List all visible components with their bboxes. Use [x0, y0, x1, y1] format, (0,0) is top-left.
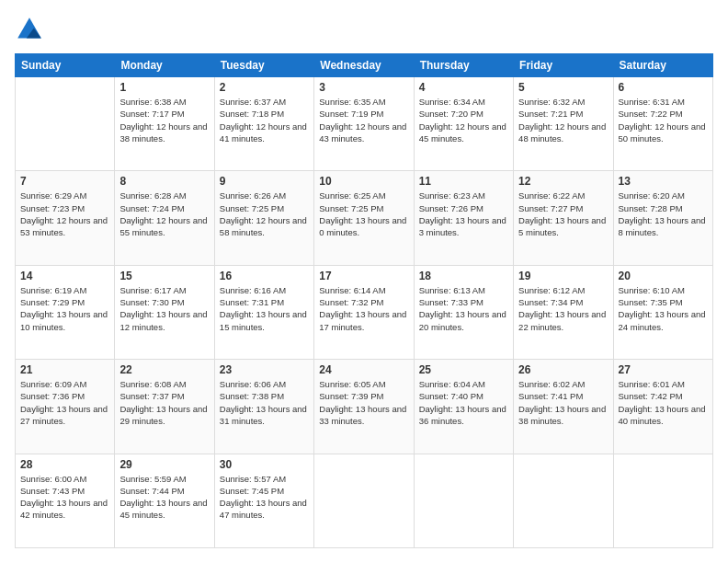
day-number: 9: [220, 175, 309, 188]
day-info: Sunrise: 6:34 AMSunset: 7:20 PMDaylight:…: [419, 96, 508, 144]
day-info: Sunrise: 6:08 AMSunset: 7:37 PMDaylight:…: [119, 378, 209, 427]
day-number: 13: [619, 175, 708, 188]
day-number: 25: [419, 363, 508, 376]
calendar-cell: 17 Sunrise: 6:14 AMSunset: 7:32 PMDaylig…: [314, 265, 414, 359]
calendar-cell: 1 Sunrise: 6:38 AMSunset: 7:17 PMDayligh…: [115, 77, 214, 171]
calendar-week-row: 14 Sunrise: 6:19 AMSunset: 7:29 PMDaylig…: [16, 265, 713, 359]
logo: [15, 15, 48, 44]
calendar-cell: 3 Sunrise: 6:35 AMSunset: 7:19 PMDayligh…: [314, 77, 414, 171]
calendar-cell: 7 Sunrise: 6:29 AMSunset: 7:23 PMDayligh…: [16, 171, 115, 265]
day-of-week-header: Friday: [514, 54, 613, 77]
day-number: 16: [220, 270, 309, 282]
calendar-cell: [314, 454, 414, 547]
day-info: Sunrise: 6:38 AMSunset: 7:17 PMDaylight:…: [119, 96, 209, 144]
day-info: Sunrise: 6:02 AMSunset: 7:41 PMDaylight:…: [518, 378, 608, 427]
calendar-cell: 25 Sunrise: 6:04 AMSunset: 7:40 PMDaylig…: [414, 360, 513, 454]
day-info: Sunrise: 6:19 AMSunset: 7:29 PMDaylight:…: [20, 284, 109, 333]
day-of-week-header: Monday: [115, 54, 214, 77]
day-number: 1: [119, 81, 209, 94]
calendar-cell: [613, 454, 712, 547]
day-info: Sunrise: 6:23 AMSunset: 7:26 PMDaylight:…: [419, 190, 508, 238]
day-number: 7: [20, 175, 109, 188]
calendar-cell: 20 Sunrise: 6:10 AMSunset: 7:35 PMDaylig…: [613, 265, 712, 359]
day-number: 27: [619, 363, 708, 376]
calendar-cell: 5 Sunrise: 6:32 AMSunset: 7:21 PMDayligh…: [514, 77, 613, 171]
day-number: 26: [518, 363, 608, 376]
calendar-cell: 14 Sunrise: 6:19 AMSunset: 7:29 PMDaylig…: [16, 265, 115, 359]
day-number: 3: [319, 81, 408, 94]
calendar-cell: 4 Sunrise: 6:34 AMSunset: 7:20 PMDayligh…: [414, 77, 513, 171]
day-number: 8: [119, 175, 209, 188]
day-info: Sunrise: 6:14 AMSunset: 7:32 PMDaylight:…: [319, 284, 408, 333]
day-info: Sunrise: 6:20 AMSunset: 7:28 PMDaylight:…: [619, 190, 708, 238]
day-info: Sunrise: 6:35 AMSunset: 7:19 PMDaylight:…: [319, 96, 408, 144]
calendar-header-row: SundayMondayTuesdayWednesdayThursdayFrid…: [16, 54, 713, 77]
day-number: 30: [220, 458, 309, 471]
day-number: 11: [419, 175, 508, 188]
day-info: Sunrise: 6:04 AMSunset: 7:40 PMDaylight:…: [419, 378, 508, 427]
calendar-cell: 28 Sunrise: 6:00 AMSunset: 7:43 PMDaylig…: [16, 454, 115, 547]
day-number: 12: [518, 175, 608, 188]
calendar-table: SundayMondayTuesdayWednesdayThursdayFrid…: [15, 53, 713, 548]
calendar-cell: 6 Sunrise: 6:31 AMSunset: 7:22 PMDayligh…: [613, 77, 712, 171]
day-info: Sunrise: 6:05 AMSunset: 7:39 PMDaylight:…: [319, 378, 408, 427]
day-info: Sunrise: 6:01 AMSunset: 7:42 PMDaylight:…: [619, 378, 708, 427]
header: [15, 15, 713, 44]
calendar-cell: 18 Sunrise: 6:13 AMSunset: 7:33 PMDaylig…: [414, 265, 513, 359]
day-number: 4: [419, 81, 508, 94]
day-info: Sunrise: 6:22 AMSunset: 7:27 PMDaylight:…: [518, 190, 608, 238]
day-info: Sunrise: 6:10 AMSunset: 7:35 PMDaylight:…: [619, 284, 708, 333]
day-of-week-header: Sunday: [16, 54, 115, 77]
calendar-cell: 16 Sunrise: 6:16 AMSunset: 7:31 PMDaylig…: [214, 265, 313, 359]
day-number: 29: [119, 458, 209, 471]
calendar-week-row: 28 Sunrise: 6:00 AMSunset: 7:43 PMDaylig…: [16, 454, 713, 547]
calendar-cell: 2 Sunrise: 6:37 AMSunset: 7:18 PMDayligh…: [214, 77, 313, 171]
day-number: 21: [20, 363, 109, 376]
day-number: 2: [220, 81, 309, 94]
day-info: Sunrise: 6:00 AMSunset: 7:43 PMDaylight:…: [20, 473, 109, 522]
calendar-cell: 11 Sunrise: 6:23 AMSunset: 7:26 PMDaylig…: [414, 171, 513, 265]
calendar-week-row: 1 Sunrise: 6:38 AMSunset: 7:17 PMDayligh…: [16, 77, 713, 171]
calendar-cell: 22 Sunrise: 6:08 AMSunset: 7:37 PMDaylig…: [115, 360, 214, 454]
day-number: 10: [319, 175, 408, 188]
day-info: Sunrise: 6:26 AMSunset: 7:25 PMDaylight:…: [220, 190, 309, 238]
calendar-cell: 15 Sunrise: 6:17 AMSunset: 7:30 PMDaylig…: [115, 265, 214, 359]
day-info: Sunrise: 6:13 AMSunset: 7:33 PMDaylight:…: [419, 284, 508, 333]
calendar-cell: 26 Sunrise: 6:02 AMSunset: 7:41 PMDaylig…: [514, 360, 613, 454]
calendar-cell: 27 Sunrise: 6:01 AMSunset: 7:42 PMDaylig…: [613, 360, 712, 454]
day-of-week-header: Saturday: [613, 54, 712, 77]
calendar-cell: 29 Sunrise: 5:59 AMSunset: 7:44 PMDaylig…: [115, 454, 214, 547]
calendar-cell: [414, 454, 513, 547]
day-info: Sunrise: 6:31 AMSunset: 7:22 PMDaylight:…: [619, 96, 708, 144]
day-info: Sunrise: 5:59 AMSunset: 7:44 PMDaylight:…: [119, 473, 209, 522]
day-number: 15: [119, 270, 209, 282]
calendar-cell: 12 Sunrise: 6:22 AMSunset: 7:27 PMDaylig…: [514, 171, 613, 265]
day-info: Sunrise: 6:06 AMSunset: 7:38 PMDaylight:…: [220, 378, 309, 427]
day-number: 18: [419, 270, 508, 282]
calendar-cell: 19 Sunrise: 6:12 AMSunset: 7:34 PMDaylig…: [514, 265, 613, 359]
logo-icon: [15, 15, 44, 44]
day-number: 6: [619, 81, 708, 94]
calendar-cell: [16, 77, 115, 171]
day-number: 17: [319, 270, 408, 282]
day-number: 23: [220, 363, 309, 376]
day-number: 22: [119, 363, 209, 376]
day-info: Sunrise: 6:25 AMSunset: 7:25 PMDaylight:…: [319, 190, 408, 238]
day-number: 14: [20, 270, 109, 282]
page: SundayMondayTuesdayWednesdayThursdayFrid…: [0, 0, 728, 563]
day-of-week-header: Thursday: [414, 54, 513, 77]
day-info: Sunrise: 5:57 AMSunset: 7:45 PMDaylight:…: [220, 473, 309, 522]
day-number: 24: [319, 363, 408, 376]
calendar-cell: 9 Sunrise: 6:26 AMSunset: 7:25 PMDayligh…: [214, 171, 313, 265]
day-info: Sunrise: 6:28 AMSunset: 7:24 PMDaylight:…: [119, 190, 209, 238]
calendar-cell: 24 Sunrise: 6:05 AMSunset: 7:39 PMDaylig…: [314, 360, 414, 454]
day-info: Sunrise: 6:37 AMSunset: 7:18 PMDaylight:…: [220, 96, 309, 144]
day-info: Sunrise: 6:12 AMSunset: 7:34 PMDaylight:…: [518, 284, 608, 333]
calendar-cell: [514, 454, 613, 547]
calendar-cell: 10 Sunrise: 6:25 AMSunset: 7:25 PMDaylig…: [314, 171, 414, 265]
calendar-cell: 30 Sunrise: 5:57 AMSunset: 7:45 PMDaylig…: [214, 454, 313, 547]
calendar-week-row: 7 Sunrise: 6:29 AMSunset: 7:23 PMDayligh…: [16, 171, 713, 265]
calendar-week-row: 21 Sunrise: 6:09 AMSunset: 7:36 PMDaylig…: [16, 360, 713, 454]
calendar-cell: 21 Sunrise: 6:09 AMSunset: 7:36 PMDaylig…: [16, 360, 115, 454]
day-number: 28: [20, 458, 109, 471]
